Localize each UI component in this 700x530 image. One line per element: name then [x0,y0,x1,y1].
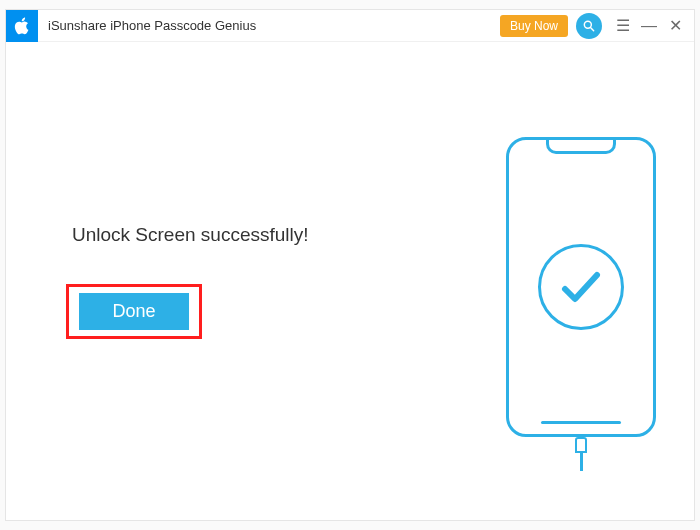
app-window: iSunshare iPhone Passcode Genius Buy Now… [5,9,695,521]
cable-wire-icon [580,453,583,471]
app-logo [6,10,38,42]
search-button[interactable] [576,13,602,39]
message-panel: Unlock Screen successfully! Done [66,224,386,339]
home-indicator-icon [541,421,621,424]
titlebar: iSunshare iPhone Passcode Genius Buy Now… [6,10,694,42]
svg-line-1 [591,27,594,30]
minimize-icon: — [641,17,657,35]
apple-icon [12,16,32,36]
done-button[interactable]: Done [79,293,189,330]
content-area: Unlock Screen successfully! Done [6,42,694,520]
success-message: Unlock Screen successfully! [72,224,386,246]
cable-connector-icon [575,437,587,453]
close-button[interactable]: ✕ [662,13,688,39]
phone-outline [506,137,656,437]
menu-button[interactable]: ☰ [610,13,636,39]
phone-notch-icon [546,140,616,154]
cable-icon [575,437,587,471]
checkmark-icon [557,263,605,311]
phone-illustration [506,137,656,437]
minimize-button[interactable]: — [636,13,662,39]
app-title: iSunshare iPhone Passcode Genius [48,18,256,33]
buy-now-button[interactable]: Buy Now [500,15,568,37]
close-icon: ✕ [669,16,682,35]
search-icon [582,19,596,33]
success-check-circle [538,244,624,330]
highlight-annotation: Done [66,284,202,339]
hamburger-icon: ☰ [616,16,630,35]
